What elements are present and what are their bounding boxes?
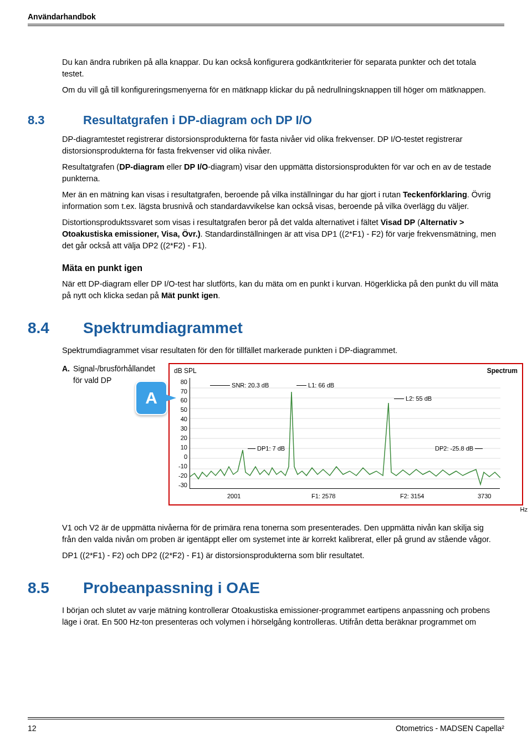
y-axis-label: dB SPL xyxy=(174,366,197,376)
paragraph: Spektrumdiagrammet visar resultaten för … xyxy=(62,345,499,356)
spectrum-chart: A dB SPL Spectrum 80 70 60 50 40 30 xyxy=(146,363,528,514)
section-title: Spektrumdiagrammet xyxy=(83,317,243,340)
snr-label: SNR: 20.3 dB xyxy=(232,382,269,389)
x-axis-ticks: 2001 F1: 2578 F2: 3154 3730 xyxy=(190,492,500,501)
section-title: Probeanpassning i OAE xyxy=(83,577,260,600)
dp1-label: DP1: 7 dB xyxy=(257,445,285,452)
footer-rule xyxy=(28,719,504,719)
chart-title: Spectrum xyxy=(487,366,518,376)
paragraph: DP-diagramtestet registrerar distorsions… xyxy=(62,134,499,157)
paragraph: Distortionsproduktssvaret som visas i re… xyxy=(62,217,499,252)
paragraph: När ett DP-diagram eller DP I/O-test har… xyxy=(62,278,499,302)
x-axis-label: Hz xyxy=(146,505,528,514)
plot-area: SNR: 20.3 dB L1: 66 dB L2: 55 dB xyxy=(190,378,500,489)
paragraph: Om du vill gå till konfigureringsmenyern… xyxy=(62,84,499,96)
header-rule xyxy=(28,25,504,26)
section-title: Resultatgrafen i DP-diagram och DP I/O xyxy=(83,111,312,129)
paragraph: Du kan ändra rubriken på alla knappar. D… xyxy=(62,57,499,80)
paragraph: I början och slutet av varje mätning kon… xyxy=(62,605,499,628)
paragraph: V1 och V2 är de uppmätta nivåerna för de… xyxy=(62,522,499,545)
header-rule xyxy=(28,24,504,24)
paragraph: Resultatgrafen (DP-diagram eller DP I/O-… xyxy=(62,161,499,185)
header-title: Användarhandbok xyxy=(28,11,504,22)
section-number: 8.4 xyxy=(28,317,83,340)
section-number: 8.5 xyxy=(28,577,83,600)
y-axis-ticks: 80 70 60 50 40 30 20 10 0 -10 -20 -30 xyxy=(174,378,190,490)
subsection-title: Mäta en punkt igen xyxy=(62,262,499,274)
paragraph: Mer än en mätning kan visas i resultatgr… xyxy=(62,189,499,212)
footer-rule xyxy=(28,717,504,718)
l1-label: L1: 66 dB xyxy=(308,382,334,389)
paragraph: DP1 ((2*F1) - F2) och DP2 ((2*F2) - F1) … xyxy=(62,550,499,561)
legend-item: A. Signal-/brusförhållandet för vald DP xyxy=(62,363,140,514)
dp2-label: DP2: -25.8 dB xyxy=(435,445,473,452)
callout-marker: A xyxy=(135,381,167,415)
l2-label: L2: 55 dB xyxy=(406,395,432,402)
product-name: Otometrics - MADSEN Capella² xyxy=(396,723,504,734)
section-number: 8.3 xyxy=(28,111,83,129)
page-number: 12 xyxy=(28,723,37,734)
